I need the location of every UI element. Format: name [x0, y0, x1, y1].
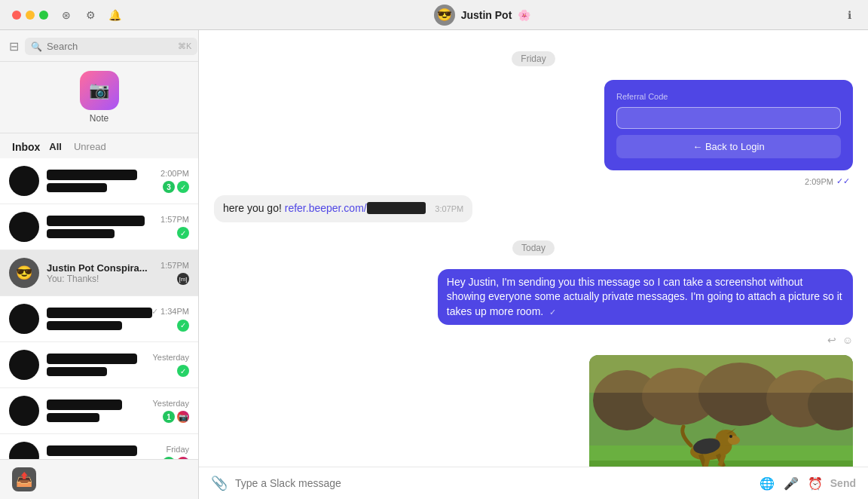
chat-time: Friday [166, 445, 189, 454]
search-input[interactable] [47, 41, 173, 52]
emoji-icon[interactable]: 🌐 [760, 476, 775, 491]
whatsapp-icon: ✓ [177, 320, 189, 332]
reaction-reply-button[interactable]: ↩ [827, 334, 836, 346]
search-bar[interactable]: 🔍 ⌘K [25, 38, 197, 55]
chat-name [47, 400, 122, 410]
chat-preview [47, 229, 115, 238]
msg-time: 2:09PM [805, 177, 833, 186]
notifications-icon[interactable]: 🔔 [108, 9, 121, 21]
microphone-icon[interactable]: 🎤 [784, 476, 799, 491]
msg-input-bar: 📎 🌐 🎤 ⏰ Send [199, 467, 868, 499]
chat-badges: 3 ✓ [163, 181, 189, 193]
chat-main: Friday Referral Code ← Back to Login 2:0… [199, 30, 868, 499]
list-item[interactable]: Yesterday 1 📷 [0, 388, 198, 434]
note-avatar: 📷 [80, 71, 119, 110]
chat-messages: Friday Referral Code ← Back to Login 2:0… [199, 30, 868, 467]
message-input[interactable] [235, 477, 752, 489]
svg-rect-6 [589, 355, 853, 393]
inbox-title: Inbox [12, 141, 40, 153]
chat-time: Yesterday [152, 399, 189, 408]
list-item[interactable]: 2:00PM 3 ✓ [0, 158, 198, 204]
chat-time: Yesterday [152, 353, 189, 362]
avatar [9, 396, 39, 426]
user-status-avatar[interactable]: 📤 [12, 467, 36, 491]
avatar [9, 304, 39, 334]
chat-time: 1:57PM [160, 215, 189, 224]
chat-meta: 2:00PM 3 ✓ [160, 169, 189, 193]
chat-time: 1:57PM [160, 261, 189, 270]
chat-content: Justin Pot Conspira... You: Thanks! [47, 262, 153, 284]
settings-icon[interactable]: ⚙ [84, 9, 96, 21]
msg-row: here you go! refer.beeper.com/XXXXXXXX 3… [214, 195, 853, 222]
chat-name [47, 170, 137, 180]
chat-meta: ✓1:34PM ✓ [151, 307, 189, 332]
whatsapp-icon: ✓ [177, 181, 189, 193]
chat-content [47, 354, 145, 376]
referral-code-input[interactable] [616, 107, 841, 129]
chat-meta: Friday 2 📷 [163, 445, 189, 459]
minimize-button[interactable] [26, 11, 35, 20]
help-icon[interactable]: ⊛ [60, 9, 72, 21]
chat-meta: 1:57PM [m] [160, 261, 189, 285]
chat-name [47, 216, 145, 226]
chat-name [47, 445, 137, 456]
list-item[interactable]: 😎 Justin Pot Conspira... You: Thanks! 1:… [0, 250, 198, 296]
dog-image [589, 355, 853, 467]
back-to-login-button[interactable]: ← Back to Login [616, 135, 841, 158]
clock-icon[interactable]: ⏰ [808, 476, 823, 491]
msg-time: 3:07PM [435, 204, 463, 213]
chat-badges: ✓ [177, 320, 189, 332]
inbox-tab-all[interactable]: All [46, 139, 65, 154]
avatar: 😎 [434, 5, 455, 26]
chat-preview: You: Thanks! [47, 274, 153, 284]
chat-meta: Yesterday ✓ [152, 353, 189, 377]
titlebar-user-emoji: 🌸 [518, 9, 530, 21]
date-separator-today: Today [214, 240, 853, 254]
msg-link[interactable]: refer.beeper.com/ [285, 202, 367, 214]
list-item[interactable]: Yesterday ✓ [0, 342, 198, 388]
search-icon: 🔍 [31, 41, 42, 52]
attach-icon[interactable]: 📎 [211, 475, 228, 491]
msg-bubble: Hey Justin, I'm sending you this message… [438, 269, 853, 326]
titlebar-left: ⊛ ⚙ 🔔 [12, 9, 121, 21]
date-separator-friday: Friday [214, 51, 853, 65]
chat-preview [47, 183, 107, 192]
chat-meta: 1:57PM ✓ [160, 215, 189, 239]
chat-content [47, 400, 145, 422]
sidebar-top: ⊟ 🔍 ⌘K ✏ [0, 30, 198, 62]
referral-card: Referral Code ← Back to Login [604, 80, 853, 170]
maximize-button[interactable] [39, 11, 48, 20]
list-item[interactable]: ✓1:34PM ✓ [0, 296, 198, 342]
titlebar-center: 😎 Justin Pot 🌸 [434, 5, 531, 26]
note-label: Note [90, 113, 108, 124]
close-button[interactable] [12, 11, 21, 20]
chat-time: 2:00PM [160, 169, 189, 178]
main-layout: ⊟ 🔍 ⌘K ✏ 📷 Note Inbox All Unread [0, 30, 868, 499]
unread-badge: 1 [163, 411, 175, 423]
svg-point-14 [729, 435, 732, 438]
traffic-lights [12, 11, 48, 20]
list-item[interactable]: 1:57PM ✓ [0, 204, 198, 250]
chat-badges: 1 📷 [163, 411, 189, 423]
note-section[interactable]: 📷 Note [0, 62, 198, 133]
expand-icon[interactable]: ⊟ [9, 39, 19, 54]
msg-text: here you go! [223, 202, 285, 214]
info-icon[interactable]: ℹ [844, 9, 856, 21]
avatar [9, 442, 39, 459]
send-button[interactable]: Send [830, 477, 856, 489]
titlebar-icons: ⊛ ⚙ 🔔 [60, 9, 121, 21]
titlebar-right: ℹ [844, 9, 856, 21]
reaction-emoji-button[interactable]: ☺ [842, 334, 853, 346]
chat-content [47, 445, 155, 459]
chat-name [47, 354, 137, 364]
chat-time: ✓1:34PM [151, 307, 189, 317]
sidebar: ⊟ 🔍 ⌘K ✏ 📷 Note Inbox All Unread [0, 30, 199, 499]
msg-check: ✓✓ [836, 176, 850, 186]
msg-check: ✓ [549, 308, 556, 317]
inbox-tab-unread[interactable]: Unread [71, 139, 109, 154]
list-item[interactable]: Friday 2 📷 [0, 434, 198, 459]
chat-preview [47, 367, 107, 376]
censored-text: XXXXXXXX [367, 202, 426, 214]
chat-name: Justin Pot Conspira... [47, 262, 153, 274]
avatar [9, 212, 39, 242]
